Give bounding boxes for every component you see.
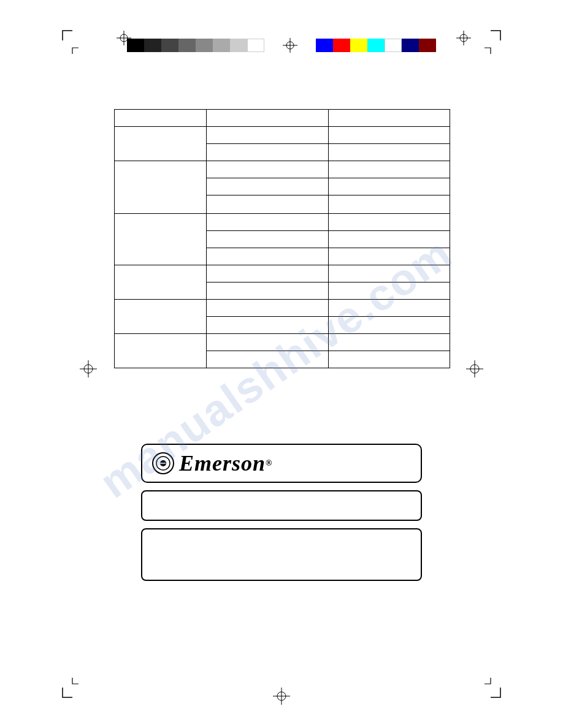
swatch-gray3 (196, 39, 213, 52)
table-cell (115, 265, 207, 300)
table-cell (329, 317, 450, 334)
main-data-table (114, 109, 450, 368)
emerson-registered-mark: ® (266, 458, 272, 468)
table-row (115, 127, 450, 144)
table-cell (115, 214, 207, 265)
table-cell (329, 231, 450, 248)
second-info-box (141, 490, 422, 521)
table-cell (115, 334, 207, 368)
center-crosshair (283, 38, 297, 53)
swatch-navy (402, 39, 419, 52)
table-cell (206, 214, 329, 231)
color-bars-area (0, 38, 563, 53)
table-cell (206, 334, 329, 351)
emerson-logo-box: Emerson® (141, 444, 422, 483)
grayscale-bar (127, 39, 264, 52)
table-cell (206, 110, 329, 127)
table-cell (206, 351, 329, 368)
table-cell (206, 317, 329, 334)
emerson-brand-name: Emerson (179, 450, 266, 476)
table-cell (329, 282, 450, 300)
table-cell (329, 144, 450, 161)
table-cell (329, 248, 450, 265)
table-row (115, 300, 450, 317)
table-cell (329, 178, 450, 195)
table-cell (206, 300, 329, 317)
swatch-dark-gray (144, 39, 161, 52)
table-cell (206, 178, 329, 195)
table-cell (206, 144, 329, 161)
table-row (115, 161, 450, 178)
swatch-white (247, 39, 264, 52)
table-cell (329, 351, 450, 368)
table-cell (206, 265, 329, 282)
table-cell (206, 248, 329, 265)
swatch-white2 (385, 39, 402, 52)
swatch-gray1 (161, 39, 178, 52)
table-cell (329, 110, 450, 127)
table-row (115, 334, 450, 351)
swatch-yellow (350, 39, 367, 52)
table-cell (206, 282, 329, 300)
chromatic-bar (316, 39, 436, 52)
table-row (115, 214, 450, 231)
table-row (115, 265, 450, 282)
table-cell (206, 231, 329, 248)
bottom-center-crosshair (273, 688, 290, 705)
bottom-left-corner (61, 686, 74, 699)
swatch-cyan (367, 39, 385, 52)
emerson-logo-icon (152, 452, 174, 474)
left-mid-crosshair (80, 360, 97, 377)
table-cell (206, 127, 329, 144)
right-mid-crosshair (466, 360, 483, 377)
swatch-maroon (419, 39, 436, 52)
table-cell (115, 300, 207, 334)
swatch-gray2 (178, 39, 196, 52)
swatch-gray5 (230, 39, 247, 52)
bottom-right-corner (489, 686, 502, 699)
table-cell (115, 110, 207, 127)
swatch-black (127, 39, 144, 52)
swatch-gray4 (213, 39, 230, 52)
table-cell (115, 127, 207, 161)
table-cell (329, 127, 450, 144)
table-cell (329, 300, 450, 317)
table-row (115, 110, 450, 127)
table-cell (329, 161, 450, 178)
table-cell (329, 195, 450, 214)
sub-corner-bl (71, 677, 80, 685)
table-cell (115, 161, 207, 214)
swatch-blue (316, 39, 333, 52)
sub-corner-br (483, 677, 492, 685)
table-cell (329, 214, 450, 231)
table-cell (329, 334, 450, 351)
table-cell (329, 265, 450, 282)
table-cell (206, 195, 329, 214)
swatch-red (333, 39, 350, 52)
third-info-box (141, 528, 422, 581)
table-cell (206, 161, 329, 178)
